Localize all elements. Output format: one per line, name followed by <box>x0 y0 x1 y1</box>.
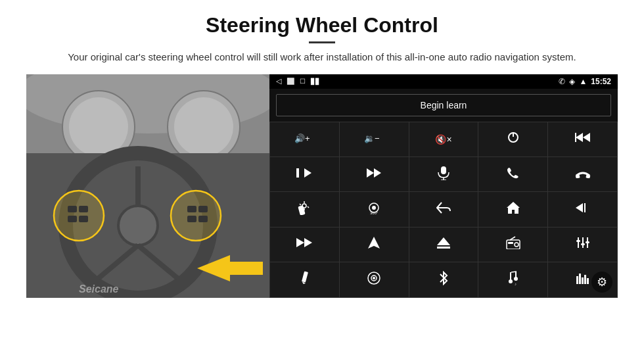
status-bar: ◁ ⬜ ☐ ▊▊ ✆ ◈ ▲ 15:52 <box>269 74 618 89</box>
skip-fwd-icon <box>366 168 382 181</box>
svg-rect-14 <box>68 206 77 212</box>
svg-rect-52 <box>584 203 586 212</box>
svg-rect-67 <box>581 243 585 245</box>
home-btn[interactable] <box>478 192 547 226</box>
next-icon <box>296 168 312 181</box>
skip-back-btn[interactable] <box>548 192 617 226</box>
prev-prev-button[interactable] <box>548 122 617 156</box>
svg-point-12 <box>54 191 104 241</box>
svg-marker-35 <box>374 168 381 178</box>
svg-point-5 <box>174 97 233 156</box>
location-status-icon: ◈ <box>569 77 575 86</box>
power-icon <box>507 131 520 147</box>
vol-mute-button[interactable]: 🔇× <box>409 122 478 156</box>
begin-learn-button[interactable]: Begin learn <box>276 94 611 116</box>
page-title: Steering Wheel Control <box>26 13 618 37</box>
pen-button[interactable] <box>270 262 339 297</box>
title-section: Steering Wheel Control Your original car… <box>26 13 618 65</box>
svg-line-45 <box>300 204 301 205</box>
svg-rect-18 <box>187 206 196 212</box>
eject-button[interactable] <box>409 227 478 262</box>
svg-rect-58 <box>437 247 450 249</box>
svg-marker-56 <box>368 237 380 249</box>
svg-rect-81 <box>579 274 581 284</box>
svg-point-73 <box>373 277 375 279</box>
svg-rect-32 <box>296 168 298 178</box>
content-area: Seicane ◁ ⬜ ☐ ▊▊ ✆ ◈ ▲ <box>26 74 618 298</box>
eject-icon <box>436 237 451 252</box>
svg-line-76 <box>511 272 517 272</box>
media-button[interactable] <box>340 262 409 297</box>
vol-up-icon: 🔊+ <box>294 131 314 147</box>
svg-text:🔊+: 🔊+ <box>294 133 310 144</box>
svg-point-8 <box>118 206 158 245</box>
radio-icon <box>506 236 520 252</box>
subtitle: Your original car's steering wheel contr… <box>26 50 618 65</box>
svg-rect-15 <box>79 206 88 212</box>
home-icon <box>506 201 520 218</box>
svg-point-78 <box>514 277 518 281</box>
steering-wheel-photo: Seicane <box>26 74 269 298</box>
svg-marker-50 <box>507 202 520 214</box>
gear-overlay[interactable]: ⚙ <box>591 272 612 293</box>
svg-marker-51 <box>576 203 583 212</box>
mic-icon <box>437 166 450 183</box>
svg-rect-61 <box>508 242 513 244</box>
vol-down-icon: 🔉− <box>364 131 384 147</box>
ff-button[interactable] <box>270 227 339 262</box>
phone-button[interactable] <box>478 157 547 191</box>
music-icon: ♪ <box>506 271 520 289</box>
svg-text:🔉−: 🔉− <box>364 133 380 144</box>
recent-icon[interactable]: ☐ <box>300 78 306 85</box>
clock: 15:52 <box>591 77 611 86</box>
status-left: ◁ ⬜ ☐ ▊▊ <box>276 77 320 85</box>
radio-button[interactable] <box>478 227 547 262</box>
back-nav-icon[interactable]: ◁ <box>276 77 281 85</box>
svg-rect-16 <box>68 216 77 222</box>
music-button[interactable]: ♪ <box>478 262 547 297</box>
svg-marker-31 <box>304 168 311 178</box>
hangup-button[interactable] <box>548 157 617 191</box>
ff-icon <box>296 237 313 251</box>
nav-button[interactable] <box>340 227 409 262</box>
svg-marker-29 <box>583 133 590 142</box>
next-button[interactable] <box>270 157 339 191</box>
svg-rect-66 <box>576 240 580 242</box>
brightness-button[interactable] <box>270 192 339 226</box>
svg-rect-68 <box>586 241 589 243</box>
home-icon[interactable]: ⬜ <box>287 78 294 85</box>
vol-mute-icon: 🔇× <box>435 134 451 145</box>
svg-marker-28 <box>576 133 583 142</box>
cam360-icon: 360° <box>366 201 382 218</box>
skip-back-icon <box>575 203 591 216</box>
svg-marker-54 <box>296 238 304 247</box>
bluetooth-button[interactable] <box>409 262 478 297</box>
signal-icon: ▊▊ <box>311 78 320 85</box>
prev-prev-icon <box>575 132 591 146</box>
svg-rect-82 <box>582 277 584 284</box>
svg-point-42 <box>302 204 306 208</box>
skip-fwd-button[interactable] <box>340 157 409 191</box>
svg-rect-36 <box>441 166 446 174</box>
eq-button[interactable] <box>548 227 617 262</box>
vol-down-button[interactable]: 🔉− <box>340 122 409 156</box>
vol-up-button[interactable]: 🔊+ <box>270 122 339 156</box>
power-button[interactable] <box>478 122 547 156</box>
svg-marker-53 <box>586 203 591 212</box>
svg-rect-69 <box>302 271 308 282</box>
bluetooth-icon <box>438 271 449 289</box>
media-icon <box>367 271 381 289</box>
controls-grid: 🔊+ 🔉− 🔇× <box>269 122 618 298</box>
svg-rect-84 <box>587 278 589 284</box>
title-divider <box>309 41 335 43</box>
svg-rect-20 <box>187 216 196 222</box>
svg-marker-57 <box>437 237 450 245</box>
svg-point-60 <box>515 243 518 247</box>
mic-button[interactable] <box>409 157 478 191</box>
cam360-button[interactable]: 360° <box>340 192 409 226</box>
svg-point-77 <box>509 279 513 283</box>
gear-icon: ⚙ <box>597 275 607 289</box>
wifi-status-icon: ▲ <box>579 77 587 86</box>
nav-icon <box>367 236 380 252</box>
back-btn[interactable] <box>409 192 478 226</box>
